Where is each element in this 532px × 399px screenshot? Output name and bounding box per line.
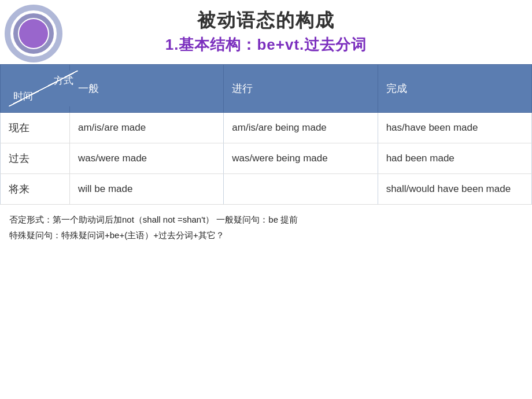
footer-line2: 特殊疑问句：特殊疑问词+be+(主语）+过去分词+其它？ [9, 227, 523, 243]
header-perfect: 完成 [378, 65, 531, 113]
present-progressive: am/is/are being made [224, 113, 378, 143]
table-row-present: 现在 am/is/are made am/is/are being made h… [1, 113, 532, 143]
circle-inner [19, 19, 48, 48]
decorative-circles [5, 5, 62, 62]
time-future: 将来 [1, 174, 70, 205]
header-general: 一般 [70, 65, 224, 113]
footer-notes: 否定形式：第一个助动词后加not（shall not =shan't） 一般疑问… [0, 205, 532, 246]
present-perfect: has/have been made [378, 113, 531, 143]
header-progressive: 进行 [224, 65, 378, 113]
past-progressive: was/were being made [224, 143, 378, 174]
passive-voice-table: 方式 时间 一般 进行 完成 现在 am/is/are made am/is/a… [0, 64, 532, 205]
footer-line1: 否定形式：第一个助动词后加not（shall not =shan't） 一般疑问… [9, 212, 523, 227]
header-method-label: 方式 [54, 74, 73, 87]
table-header-row: 方式 时间 一般 进行 完成 [1, 65, 532, 113]
header-time-label: 时间 [13, 90, 33, 103]
future-progressive [224, 174, 378, 205]
table-row-past: 过去 was/were made was/were being made had… [1, 143, 532, 174]
title-area: 被动语态的构成 1.基本结构：be+vt.过去分词 [0, 0, 532, 57]
split-header-cell: 方式 时间 [1, 65, 70, 113]
future-general: will be made [70, 174, 224, 205]
past-general: was/were made [70, 143, 224, 174]
split-cell: 方式 时间 [9, 71, 78, 106]
subtitle-prefix: 1.基本结构： [165, 36, 257, 53]
future-perfect: shall/would have been made [378, 174, 531, 205]
present-general: am/is/are made [70, 113, 224, 143]
time-present: 现在 [1, 113, 70, 143]
subtitle-highlight: be+vt.过去分词 [257, 36, 367, 53]
page-subtitle: 1.基本结构：be+vt.过去分词 [0, 35, 532, 55]
time-past: 过去 [1, 143, 70, 174]
table-row-future: 将来 will be made shall/would have been ma… [1, 174, 532, 205]
past-perfect: had been made [378, 143, 531, 174]
page-title: 被动语态的构成 [0, 8, 532, 34]
grammar-table: 方式 时间 一般 进行 完成 现在 am/is/are made am/is/a… [0, 64, 532, 205]
